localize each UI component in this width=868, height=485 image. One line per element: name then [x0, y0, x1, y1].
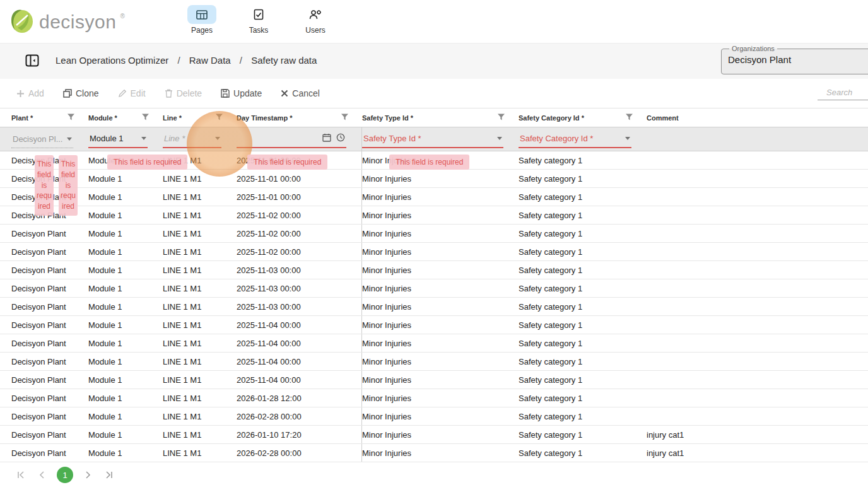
clock-icon[interactable] — [336, 133, 345, 144]
organizations-select[interactable]: Organizations Decisyon Plant — [721, 45, 868, 74]
pagination: 1 — [16, 467, 114, 483]
update-button[interactable]: Update — [221, 88, 262, 98]
save-icon — [221, 89, 230, 98]
cell-day-timestamp: 2025-11-04 00:00 — [237, 334, 362, 352]
table-row[interactable]: Decisyon Plant Module 1 LINE 1 M1 2025-1… — [0, 353, 868, 371]
cell-safety-category: Safety category 1 — [519, 353, 647, 370]
search-field[interactable] — [818, 85, 868, 100]
cell-comment — [647, 353, 868, 370]
delete-button[interactable]: Delete — [165, 88, 202, 98]
cell-line: LINE 1 M1 — [163, 316, 237, 334]
page-number-button[interactable]: 1 — [57, 467, 73, 483]
table-row[interactable]: Decisyon Plant Module 1 LINE 1 M1 2025-1… — [0, 371, 868, 389]
cell-safety-category: Safety category 1 — [519, 243, 647, 260]
add-button[interactable]: Add — [16, 88, 44, 98]
cell-comment — [647, 389, 868, 407]
first-page-button[interactable] — [16, 470, 26, 479]
cell-comment — [647, 334, 868, 352]
search-input[interactable] — [818, 85, 868, 100]
sidebar-toggle-icon[interactable] — [25, 54, 39, 69]
safety-type-dropdown[interactable]: Safety Type Id * — [362, 131, 503, 148]
cell-line: LINE 1 M1 — [163, 444, 237, 462]
table-row[interactable]: Decisyon Plant Module 1 LINE 1 M1 2026-0… — [0, 444, 868, 462]
table-row[interactable]: Decisyon Plant Module 1 LINE 1 M1 2025-1… — [0, 170, 868, 188]
filter-icon[interactable] — [626, 114, 633, 122]
cell-module: Module 1 — [88, 188, 163, 206]
cell-safety-category: Safety category 1 — [519, 316, 647, 334]
chevron-down-icon — [215, 137, 220, 140]
filter-icon[interactable] — [498, 114, 505, 122]
column-header-plant[interactable]: Plant * — [11, 114, 88, 122]
column-header-line[interactable]: Line * — [163, 114, 237, 122]
cell-line: LINE 1 M1 — [163, 389, 237, 407]
column-header-module[interactable]: Module * — [88, 114, 163, 122]
filter-icon[interactable] — [341, 114, 348, 122]
table-row[interactable]: Decisyon Plant Module 1 LINE 1 M1 2025-1… — [0, 298, 868, 316]
pages-icon — [187, 5, 216, 24]
column-header-safety-type[interactable]: Safety Type Id * — [362, 114, 519, 122]
table-row[interactable]: Decisyon Plant Module 1 LINE 1 M1 2025-1… — [0, 279, 868, 298]
cell-safety-type: Minor Injuries — [362, 261, 519, 279]
cell-line: LINE 1 M1 — [163, 353, 237, 370]
cell-comment: injury cat1 — [647, 426, 868, 443]
cell-line: LINE 1 M1 — [163, 225, 237, 242]
nav-users[interactable]: Users — [295, 5, 336, 35]
table-row[interactable]: Decisyon Plant Module 1 LINE 1 M1 2025-1… — [0, 188, 868, 206]
line-dropdown[interactable]: Line * — [163, 131, 221, 148]
plant-dropdown[interactable]: Decisyon Pl... — [11, 131, 73, 148]
cell-module: Module 1 — [88, 389, 163, 407]
cell-plant: Decisyon Plant — [11, 371, 88, 389]
cell-safety-category: Safety category 1 — [519, 151, 647, 169]
cell-comment — [647, 279, 868, 297]
comment-input[interactable] — [647, 131, 853, 148]
table-row[interactable]: Decisyon Plant Module 1 LINE 1 M1 2026-0… — [0, 426, 868, 444]
calendar-icon[interactable] — [322, 133, 331, 144]
app-window: decisyon ® Pages Tasks Users — [0, 0, 868, 485]
table-row[interactable]: Decisyon Plant Module 1 LINE 1 M1 2025-1… — [0, 334, 868, 353]
cell-day-timestamp: 2026-02-28 00:00 — [237, 407, 362, 425]
column-header-comment[interactable]: Comment — [647, 114, 868, 122]
cell-day-timestamp: 2025-11-04 00:00 — [237, 371, 362, 389]
cell-plant: Decisyon Plant — [11, 279, 88, 297]
cell-module: Module 1 — [88, 206, 163, 224]
cell-safety-type: Minor Injuries — [362, 243, 519, 260]
table-row[interactable]: Decisyon Plant Module 1 LINE 1 M1 2025-1… — [0, 225, 868, 243]
edit-button[interactable]: Edit — [118, 88, 146, 98]
nav-pages[interactable]: Pages — [182, 5, 222, 35]
breadcrumb-item-section[interactable]: Raw Data — [189, 55, 231, 66]
column-header-day-timestamp[interactable]: Day Timestamp * — [237, 114, 362, 122]
safety-category-dropdown[interactable]: Safety Category Id * — [519, 131, 631, 148]
last-page-button[interactable] — [103, 470, 114, 479]
column-header-safety-category[interactable]: Safety Category Id * — [519, 114, 647, 122]
cell-comment — [647, 151, 868, 169]
next-page-button[interactable] — [85, 470, 92, 479]
cell-comment: injury cat1 — [647, 444, 868, 462]
table-row[interactable]: Decisyon Plant Module 1 LINE 1 M1 2025-1… — [0, 261, 868, 279]
cell-day-timestamp: 2026-02-28 00:00 — [237, 444, 362, 462]
filter-icon[interactable] — [216, 114, 223, 122]
breadcrumb: Lean Operations Optimizer / Raw Data / S… — [56, 55, 317, 66]
clone-button[interactable]: Clone — [63, 88, 99, 98]
table-row[interactable]: Decisyon Plant Module 1 LINE 1 M1 2025-1… — [0, 316, 868, 334]
filter-icon[interactable] — [67, 114, 74, 122]
table-row[interactable]: Decisyon Plant Module 1 LINE 1 M1 2026-0… — [0, 389, 868, 407]
clone-icon — [63, 89, 72, 98]
cell-safety-type: Minor Injuries — [362, 279, 519, 297]
cell-safety-category: Safety category 1 — [519, 334, 647, 352]
filter-icon[interactable] — [142, 114, 149, 122]
table-row[interactable]: Decisyon Plant Module 1 LINE 1 M1 2025-1… — [0, 243, 868, 261]
nav-tasks[interactable]: Tasks — [238, 5, 279, 35]
cell-line: LINE 1 M1 — [163, 407, 237, 425]
cell-comment — [647, 371, 868, 389]
day-timestamp-input[interactable] — [237, 131, 346, 148]
table-row[interactable]: Decisyon Plant Module 1 LINE 1 M1 2025-1… — [0, 206, 868, 225]
table-row[interactable]: Decisyon Plant Module 1 LINE 1 M1 2026-0… — [0, 407, 868, 426]
cell-line: LINE 1 M1 — [163, 371, 237, 389]
cancel-button[interactable]: Cancel — [281, 88, 320, 98]
previous-page-button[interactable] — [38, 470, 45, 479]
cell-safety-type: Minor Injuries — [362, 389, 519, 407]
cell-plant: Decisyon Plant — [11, 298, 88, 315]
breadcrumb-item-app[interactable]: Lean Operations Optimizer — [56, 55, 168, 66]
cell-day-timestamp: 2025-11-03 00:00 — [237, 298, 362, 315]
module-dropdown[interactable]: Module 1 — [88, 131, 148, 148]
